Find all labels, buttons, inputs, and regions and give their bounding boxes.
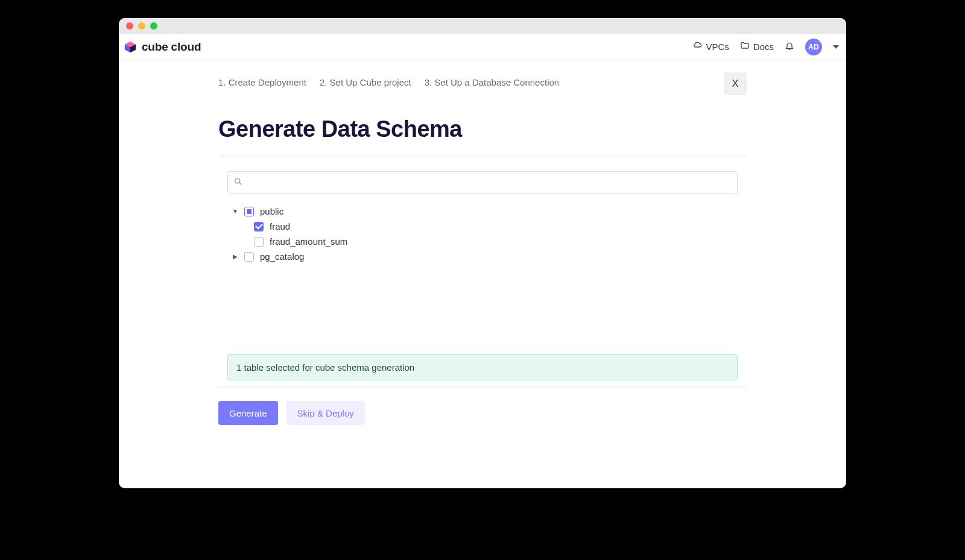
nav-docs[interactable]: Docs (740, 41, 774, 52)
search-box[interactable] (227, 171, 738, 194)
avatar-initials: AD (808, 43, 818, 51)
nav-docs-label: Docs (753, 42, 774, 52)
close-icon: X (732, 78, 739, 89)
chevron-down-icon[interactable]: ▼ (232, 208, 238, 215)
nav-vpcs[interactable]: VPCs (692, 41, 729, 52)
tree-label: fraud (270, 221, 290, 231)
content: 1. Create Deployment 2. Set Up Cube proj… (119, 60, 846, 488)
tree-node-fraud-amount-sum[interactable]: fraud_amount_sum (227, 234, 738, 249)
svg-point-3 (235, 178, 240, 183)
button-label: Generate (229, 408, 267, 418)
tree-node-fraud[interactable]: fraud (227, 219, 738, 234)
status-text: 1 table selected for cube schema generat… (236, 362, 414, 373)
cube-logo-icon (124, 40, 137, 54)
button-label: Skip & Deploy (297, 408, 354, 418)
tree-label: pg_catalog (260, 251, 304, 262)
topbar: cube cloud VPCs Docs (119, 34, 846, 60)
breadcrumb-step[interactable]: 3. Set Up a Database Connection (425, 77, 559, 87)
divider (218, 386, 747, 389)
checkbox-fraud-amount-sum[interactable] (254, 237, 264, 247)
checkbox-pg-catalog[interactable] (244, 252, 254, 262)
search-icon (234, 177, 242, 188)
nav-notifications[interactable] (785, 41, 794, 52)
user-menu-caret-icon[interactable] (833, 45, 839, 49)
avatar[interactable]: AD (805, 39, 822, 55)
skip-deploy-button[interactable]: Skip & Deploy (286, 401, 365, 425)
tree-label: public (260, 206, 283, 216)
search-input[interactable] (247, 178, 731, 187)
tree-label: fraud_amount_sum (270, 236, 347, 247)
checkbox-public[interactable] (244, 207, 254, 216)
window-zoom-dot[interactable] (150, 22, 157, 30)
window-minimize-dot[interactable] (138, 22, 145, 30)
mac-titlebar (119, 18, 846, 34)
divider (218, 156, 747, 158)
nav-vpcs-label: VPCs (706, 42, 729, 52)
generate-button[interactable]: Generate (218, 401, 278, 425)
breadcrumb-step[interactable]: 2. Set Up Cube project (320, 77, 411, 87)
page-title: Generate Data Schema (218, 116, 747, 142)
step-row: 1. Create Deployment 2. Set Up Cube proj… (218, 60, 747, 98)
brand[interactable]: cube cloud (124, 40, 201, 54)
bell-icon (785, 41, 794, 52)
chevron-right-icon[interactable]: ▶ (232, 253, 238, 260)
tree-node-public[interactable]: ▼ public (227, 204, 738, 219)
cloud-icon (692, 41, 702, 52)
svg-line-4 (239, 183, 242, 185)
topbar-right: VPCs Docs AD (692, 39, 839, 55)
app-window: cube cloud VPCs Docs (119, 18, 846, 488)
checkbox-fraud[interactable] (254, 222, 264, 231)
button-row: Generate Skip & Deploy (218, 401, 747, 425)
folder-icon (740, 41, 750, 52)
window-close-dot[interactable] (126, 22, 133, 30)
status-banner: 1 table selected for cube schema generat… (227, 354, 738, 380)
breadcrumb-step[interactable]: 1. Create Deployment (218, 77, 306, 87)
brand-name: cube cloud (142, 40, 201, 54)
tree-node-pg-catalog[interactable]: ▶ pg_catalog (227, 249, 738, 264)
schema-tree: ▼ public fraud fraud_amount_sum ▶ pg_cat… (227, 204, 738, 264)
close-wizard-button[interactable]: X (724, 72, 747, 95)
